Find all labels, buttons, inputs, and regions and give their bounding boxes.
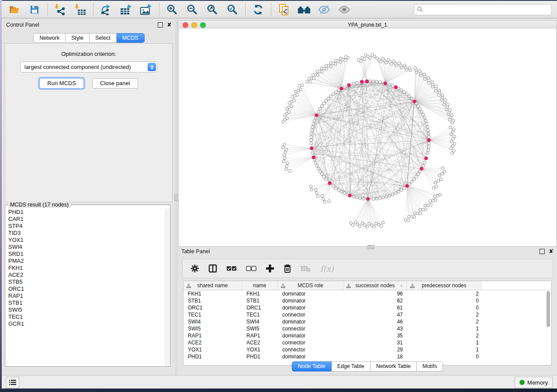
apply-layout-icon[interactable] [252, 3, 265, 16]
control-panel-title: Control Panel [6, 22, 39, 28]
table-scrollbar[interactable] [546, 290, 551, 364]
network-canvas[interactable] [178, 29, 557, 246]
close-panel-icon[interactable]: ✘ [549, 249, 554, 254]
float-panel-icon[interactable] [540, 249, 545, 254]
first-neighbors-icon[interactable] [298, 3, 311, 16]
table-row[interactable]: FKH1FKH1dominator962 [183, 290, 551, 297]
network-window-titlebar[interactable]: YPA_prune.txt_1 [178, 20, 557, 30]
mcds-result-item[interactable]: PHD1 [6, 209, 165, 216]
mcds-result-item[interactable]: GCR1 [6, 320, 165, 327]
table-row[interactable]: PHD1PHD1dominator180 [183, 353, 551, 360]
table-cell: 2 [407, 290, 481, 297]
table-row[interactable]: ACE2ACE2connector311 [183, 339, 551, 346]
select-all-icon[interactable] [226, 266, 237, 271]
tab-mcds[interactable]: MCDS [117, 33, 145, 43]
mcds-result-item[interactable]: SWI4 [6, 244, 165, 251]
mcds-result-item[interactable]: TID3 [6, 230, 165, 237]
export-table-icon[interactable] [120, 3, 133, 16]
float-panel-icon[interactable] [158, 22, 163, 28]
open-file-icon[interactable] [8, 3, 21, 16]
table-cell: 29 [343, 346, 407, 353]
duplicate-network-icon[interactable] [277, 3, 291, 16]
memory-button[interactable]: Memory [515, 377, 553, 388]
tab-node-table[interactable]: Node Table [292, 361, 332, 371]
column-header-name[interactable]: name [242, 281, 278, 290]
delete-table-icon[interactable] [301, 265, 311, 272]
mcds-result-item[interactable]: RAP1 [6, 292, 165, 299]
import-network-icon[interactable] [54, 3, 67, 16]
table-cell: SWI5 [183, 325, 242, 332]
search-box [414, 4, 552, 15]
zoom-in-icon[interactable] [166, 3, 179, 16]
mcds-result-list[interactable]: PHD1CAR1STP4TID3YOX1SWI4SRD1PMA2FKH1ACE2… [6, 209, 165, 366]
table-scrollbar-thumb[interactable] [547, 291, 550, 327]
column-header-shared-name[interactable]: shared name [183, 281, 242, 290]
mcds-result-item[interactable]: ACE2 [6, 272, 165, 279]
control-panel: Control Panel ✘ Network Style Select MCD… [3, 20, 175, 375]
mcds-result-item[interactable]: ORC1 [6, 285, 165, 292]
import-table-icon[interactable] [74, 3, 87, 16]
table-row[interactable]: SWI4SWI4dominator462 [183, 318, 551, 325]
mcds-result-item[interactable]: SRD1 [6, 251, 165, 258]
table-row[interactable]: RAP1RAP1dominator352 [183, 332, 551, 339]
tab-edge-table[interactable]: Edge Table [332, 361, 370, 371]
sort-descending-icon[interactable]: ⌄ [400, 282, 403, 287]
network-view-panel: YPA_prune.txt_1 [178, 20, 557, 246]
search-input[interactable] [414, 4, 552, 15]
table-cell: TEC1 [183, 311, 242, 318]
column-header-predecessor-nodes[interactable]: predecessor nodes [407, 281, 481, 290]
add-row-icon[interactable] [266, 264, 274, 273]
tab-style[interactable]: Style [66, 33, 90, 43]
optimization-criterion-select[interactable]: largest connected component (undirected) [20, 62, 157, 72]
table-row[interactable]: STB1STB1dominator620 [183, 297, 551, 304]
gear-icon[interactable] [190, 264, 199, 273]
close-panel-icon[interactable]: ✘ [167, 23, 172, 27]
mcds-result-item[interactable]: STP4 [6, 223, 165, 230]
function-builder-icon[interactable]: f(x) [320, 264, 334, 273]
tab-network-table[interactable]: Network Table [370, 361, 417, 371]
table-cell: STB1 [242, 297, 278, 304]
unselect-all-icon[interactable] [246, 266, 256, 271]
network-window-title: YPA_prune.txt_1 [178, 22, 557, 28]
table-cell: ACE2 [183, 339, 242, 346]
mcds-result-item[interactable]: FKH1 [6, 265, 165, 272]
table-row[interactable]: TEC1TEC1connector472 [183, 311, 551, 318]
close-panel-button[interactable]: Close panel [92, 78, 138, 89]
zoom-fit-icon[interactable] [206, 3, 219, 16]
mcds-result-item[interactable]: STB5 [6, 279, 165, 285]
table-cell: 35 [343, 332, 407, 339]
mcds-result-item[interactable]: PMA2 [6, 258, 165, 265]
export-image-icon[interactable] [140, 3, 153, 16]
hide-selected-icon[interactable] [318, 3, 331, 16]
show-all-icon[interactable] [338, 3, 351, 16]
cytoscape-window: Control Panel ✘ Network Style Select MCD… [2, 1, 557, 389]
zoom-out-icon[interactable] [186, 3, 199, 16]
delete-row-icon[interactable] [284, 264, 291, 273]
table-row[interactable]: SWI5SWI5connector431 [183, 325, 551, 332]
task-history-button[interactable] [6, 377, 19, 388]
tab-network[interactable]: Network [33, 33, 66, 43]
mcds-result-item[interactable]: TEC1 [6, 313, 165, 320]
columns-icon[interactable] [208, 264, 217, 273]
tab-motifs[interactable]: Motifs [417, 361, 443, 371]
save-session-icon[interactable] [28, 3, 41, 16]
tab-select[interactable]: Select [90, 33, 117, 43]
table-cell: RAP1 [183, 332, 242, 339]
table-cell: ORC1 [242, 304, 278, 311]
mcds-result-scrollbar[interactable] [165, 209, 170, 366]
column-header-mcds-role[interactable]: MCDS role [278, 281, 343, 290]
zoom-selected-icon[interactable] [226, 3, 239, 16]
table-row[interactable]: YOX1YOX1connector291 [183, 346, 551, 353]
mcds-result-item[interactable]: YOX1 [6, 237, 165, 244]
table-panel-title: Table Panel [181, 248, 210, 254]
table-cell: connector [278, 325, 343, 332]
splitter-grip[interactable] [367, 245, 374, 249]
export-network-icon[interactable] [100, 3, 113, 16]
mcds-result-item[interactable]: SWI5 [6, 306, 165, 313]
table-cell: 96 [343, 290, 407, 297]
mcds-result-item[interactable]: CAR1 [6, 216, 165, 223]
run-mcds-button[interactable]: Run MCDS [39, 78, 84, 89]
table-row[interactable]: ORC1ORC1dominator610 [183, 304, 551, 311]
column-header-successor-nodes[interactable]: successor nodes ⌄ [343, 281, 407, 290]
mcds-result-item[interactable]: STB1 [6, 299, 165, 306]
